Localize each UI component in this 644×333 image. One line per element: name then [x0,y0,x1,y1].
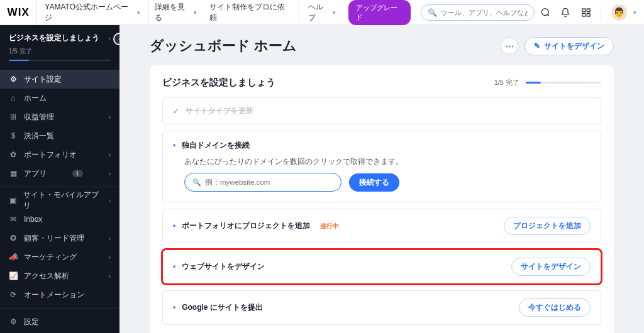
apps-icon[interactable] [576,2,597,23]
setup-step-portfolio[interactable]: • ポートフォリオにプロジェクトを追加 進行中 プロジェクトを追加 [162,209,601,243]
svg-rect-0 [582,9,586,12]
sidebar-item-icon: 📈 [9,271,18,280]
page-title: ダッシュボード ホーム [150,36,297,55]
step-title: サイトタイプを更新 [186,106,253,116]
search-icon: 🔍 [192,178,201,187]
sidebar-item-icon: ▦ [9,169,18,178]
sidebar-item-label: オートメーション [24,290,84,300]
pencil-icon: ✎ [534,41,540,50]
main: ダッシュボード ホーム ⋯ ✎ サイトをデザイン ビジネスを設定しましょう 1/… [119,25,644,333]
sidebar-item-icon: ✉ [9,215,18,224]
sidebar-item-icon: ⚙ [9,75,18,84]
sidebar-item-icon: ⊞ [9,112,18,121]
chevron-right-icon: › [109,151,111,158]
sidebar: ‹ ビジネスを設定しましょう › 1/5 完了 ⚙サイト設定⌂ホーム⊞収益管理›… [0,25,119,333]
domain-input[interactable] [205,178,333,186]
setup-card-title: ビジネスを設定しましょう [162,77,275,89]
setup-card-progress-label: 1/5 完了 [494,78,519,87]
sidebar-item[interactable]: ⟳オートメーション [0,285,119,304]
progress-track [526,82,601,84]
sidebar-item[interactable]: $決済一覧 [0,126,119,145]
bullet-icon: • [173,303,175,312]
sidebar-item[interactable]: ⌂ホーム [0,89,119,107]
sidebar-item[interactable]: ✪顧客・リード管理› [0,229,119,248]
design-site-button[interactable]: ✎ サイトをデザイン [525,37,614,55]
topbar-link-details[interactable]: 詳細を見る ▾ [148,0,203,25]
page-head: ダッシュボード ホーム ⋯ ✎ サイトをデザイン [150,36,614,55]
setup-step-done[interactable]: ✓ サイトタイプを更新 [162,97,601,124]
button-label: サイトをデザイン [544,41,604,52]
chevron-right-icon: › [109,197,111,204]
sidebar-progress-fill [9,60,29,61]
sidebar-item-label: 顧客・リード管理 [24,233,84,244]
connect-domain-button[interactable]: 接続する [349,173,399,192]
topbar-link-label: ヘルプ [308,2,330,23]
search-icon: 🔍 [428,8,437,17]
sidebar-item[interactable]: ⊞収益管理› [0,107,119,126]
sidebar-header-title: ビジネスを設定しましょう [9,33,99,43]
topbar-link-label: 詳細を見る [155,2,191,23]
sidebar-item[interactable]: 📣マーケティング› [0,248,119,266]
chevron-down-icon: ▾ [137,9,140,16]
sidebar-item[interactable]: ▣サイト・モバイルアプリ› [0,191,119,210]
upgrade-button[interactable]: アップグレード [348,0,411,25]
step-title: ポートフォリオにプロジェクトを追加 [182,221,310,231]
sidebar-item-label: マーケティング [24,252,77,263]
topbar-link-hire-pro[interactable]: サイト制作をプロに依頼 [203,0,299,25]
domain-input-wrap[interactable]: 🔍 [184,173,341,192]
search-input[interactable] [441,9,528,16]
avatar[interactable]: 👨 [611,4,627,21]
setup-step-google[interactable]: • Google にサイトを提出 今すぐはじめる [162,290,601,325]
chevron-down-icon: ▾ [633,9,636,16]
sidebar-item[interactable]: ▦アプリ1› [0,164,119,183]
bell-icon[interactable] [555,2,576,23]
topbar-link-help[interactable]: ヘルプ ▾ [302,0,342,25]
sidebar-item-icon: $ [9,131,18,140]
chevron-right-icon: › [109,170,111,177]
sidebar-item-icon: ▣ [9,196,17,205]
site-name: YAMATO公式ホームページ [45,2,133,23]
step-title: Google にサイトを提出 [182,302,263,313]
check-icon: ✓ [173,107,179,116]
sidebar-item[interactable]: ✿ポートフォリオ› [0,145,119,164]
chevron-right-icon: › [109,35,111,41]
start-now-button[interactable]: 今すぐはじめる [519,298,591,317]
svg-rect-3 [587,13,591,16]
sidebar-item[interactable]: 📈アクセス解析› [0,266,119,285]
progress-fill [526,82,541,84]
chat-icon[interactable] [535,2,555,23]
step-title: ウェブサイトをデザイン [182,261,265,272]
sidebar-item-label: 収益管理 [24,112,54,123]
wix-logo[interactable]: WIX [0,6,36,19]
sidebar-progress-label: 1/5 完了 [9,47,111,56]
bullet-icon: • [173,141,175,150]
sidebar-item-badge: 1 [72,170,83,177]
add-project-button[interactable]: プロジェクトを追加 [504,217,591,235]
sidebar-item-icon: 📣 [9,253,18,261]
chevron-right-icon: › [109,254,111,261]
button-label: サイトをデザイン [521,261,581,272]
sidebar-item-label: アプリ [24,168,47,179]
chevron-right-icon: › [109,114,111,121]
button-label: プロジェクトを追加 [513,221,581,231]
sidebar-item[interactable]: ⚙サイト設定 [0,70,119,89]
sidebar-item[interactable]: ⚙設定 [0,312,119,331]
bullet-icon: • [173,222,175,231]
search-box[interactable]: 🔍 [421,4,535,21]
chevron-right-icon: › [109,273,111,280]
chevron-right-icon: › [109,235,111,242]
sidebar-item-icon: ⚙ [9,317,18,326]
bullet-icon: • [173,263,175,271]
site-selector[interactable]: YAMATO公式ホームページ ▾ [36,0,148,25]
in-progress-tag: 進行中 [320,222,339,231]
sidebar-item-label: 設定 [24,317,39,327]
more-button[interactable]: ⋯ [501,37,518,55]
design-site-step-button[interactable]: サイトをデザイン [511,258,591,276]
topbar-link-label: サイト制作をプロに依頼 [209,2,290,23]
setup-step-design[interactable]: • ウェブサイトをデザイン サイトをデザイン [162,249,601,284]
sidebar-item-label: サイト設定 [24,74,62,85]
topbar: WIX YAMATO公式ホームページ ▾ 詳細を見る ▾ サイト制作をプロに依頼… [0,0,644,25]
sidebar-item[interactable]: ✉Inbox [0,210,119,229]
sidebar-item-icon: ⌂ [9,94,18,102]
sidebar-item-icon: ⟳ [9,290,18,299]
